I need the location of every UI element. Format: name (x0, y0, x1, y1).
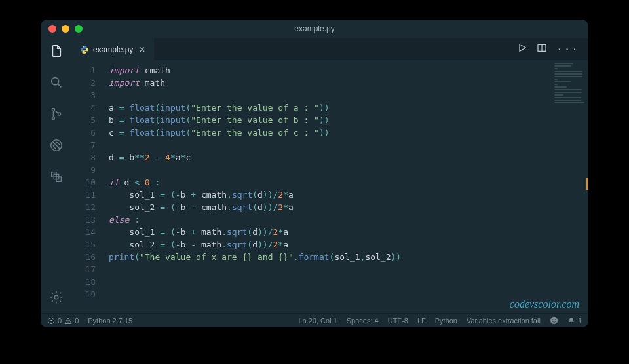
svg-point-8 (54, 295, 58, 299)
svg-point-13 (550, 317, 558, 324)
tab-bar: example.py ✕ ··· (72, 38, 588, 60)
python-file-icon (80, 45, 89, 54)
settings-gear-icon[interactable] (48, 289, 64, 305)
status-cursor-position[interactable]: Ln 20, Col 1 (298, 317, 337, 325)
editor-area: example.py ✕ ··· 12345678910111213141516… (72, 38, 588, 313)
status-notification-count: 1 (578, 317, 582, 325)
tab-example-py[interactable]: example.py ✕ (72, 38, 154, 60)
svg-point-15 (555, 319, 556, 320)
status-notifications[interactable]: 1 (567, 317, 582, 325)
code-content[interactable]: import cmathimport math a = float(input(… (104, 60, 588, 313)
extensions-icon[interactable] (48, 169, 64, 185)
editor-body: example.py ✕ ··· 12345678910111213141516… (41, 38, 588, 313)
debug-icon[interactable] (48, 137, 64, 153)
titlebar: example.py (41, 20, 588, 38)
svg-point-14 (552, 319, 553, 320)
tab-filename: example.py (93, 45, 133, 54)
editor-actions: ··· (517, 38, 588, 60)
split-editor-icon[interactable] (537, 43, 547, 56)
watermark-text: codevscolor.com (510, 299, 579, 310)
more-actions-icon[interactable]: ··· (556, 43, 579, 56)
status-message[interactable]: Variables extraction fail (467, 317, 541, 325)
line-number-gutter: 12345678910111213141516171819 (72, 60, 104, 313)
search-icon[interactable] (48, 75, 64, 90)
svg-point-9 (83, 46, 84, 47)
svg-point-0 (52, 78, 59, 85)
status-feedback-icon[interactable] (550, 316, 558, 325)
svg-point-10 (85, 52, 86, 52)
vscode-window: example.py (41, 20, 588, 327)
status-bar: 0 0 Python 2.7.15 Ln 20, Col 1 Spaces: 4… (41, 313, 588, 327)
status-encoding[interactable]: UTF-8 (388, 317, 408, 325)
status-warning-count: 0 (75, 317, 79, 325)
status-eol[interactable]: LF (417, 317, 426, 325)
status-error-count: 0 (58, 317, 62, 325)
minimap[interactable] (554, 63, 586, 102)
run-icon[interactable] (517, 43, 527, 56)
status-problems[interactable]: 0 0 (47, 317, 79, 325)
source-control-icon[interactable] (48, 106, 64, 122)
status-python-version[interactable]: Python 2.7.15 (88, 317, 132, 325)
status-indentation[interactable]: Spaces: 4 (347, 317, 379, 325)
status-language-mode[interactable]: Python (435, 317, 457, 325)
explorer-icon[interactable] (48, 43, 64, 59)
window-title: example.py (41, 24, 588, 33)
code-editor[interactable]: 12345678910111213141516171819 import cma… (72, 60, 588, 313)
svg-point-2 (52, 117, 54, 119)
overview-ruler-marker (586, 178, 588, 190)
tab-close-icon[interactable]: ✕ (137, 45, 147, 54)
activity-bar (41, 38, 72, 313)
